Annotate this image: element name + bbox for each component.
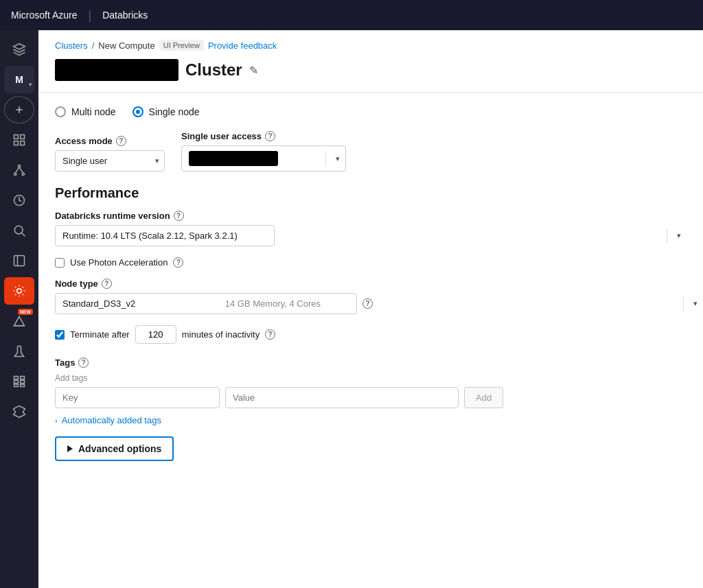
sidebar-item-history[interactable] [4,187,34,214]
svg-rect-24 [14,384,19,386]
svg-point-9 [22,173,24,175]
nav-divider: | [88,8,91,23]
new-badge: NEW [18,309,33,315]
single-node-radio[interactable] [132,106,143,117]
runtime-divider [667,229,667,243]
node-type-select[interactable]: Standard_DS3_v2 14 GB Memory, 4 Cores ▾ [55,293,357,314]
feedback-link[interactable]: Provide feedback [208,40,277,51]
sidebar-item-repos[interactable] [4,156,34,184]
terminate-row: Terminate after 120 minutes of inactivit… [55,325,687,344]
add-tag-button[interactable]: Add [464,387,503,408]
cluster-form: Multi node Single node Access mode ? [38,93,703,475]
multi-node-label: Multi node [71,106,116,117]
single-user-access-field: Single user access ? ▾ [181,131,346,172]
tags-section: Tags ? Add tags Add › Automatically adde… [55,357,687,425]
sidebar-item-models[interactable] [4,368,34,395]
node-type-extra-help[interactable]: ? [362,298,373,309]
terminate-label-suffix: minutes of inactivity [182,329,260,340]
svg-point-8 [14,173,16,175]
svg-line-10 [15,167,19,173]
access-mode-field: Access mode ? Single user ▾ [55,136,165,172]
tag-key-input[interactable] [55,387,220,408]
sidebar-item-layers[interactable] [4,36,34,63]
node-type-field: Node type ? Standard_DS3_v2 14 GB Memory… [55,279,687,314]
access-mode-label: Access mode ? [55,136,165,146]
sidebar-item-workspace[interactable]: M ▾ [4,66,34,93]
svg-rect-25 [21,384,25,386]
svg-rect-6 [21,141,25,145]
runtime-version-help[interactable]: ? [174,211,184,221]
terminate-checkbox[interactable] [55,330,65,340]
multi-node-option[interactable]: Multi node [55,106,116,117]
svg-marker-0 [14,44,25,49]
svg-line-14 [22,233,25,237]
sidebar-item-create[interactable] [4,96,34,124]
svg-point-17 [17,289,22,294]
svg-rect-5 [14,141,19,145]
runtime-version-field: Databricks runtime version ? Runtime: 10… [55,211,687,246]
sidebar-item-delta[interactable]: NEW [4,307,34,335]
sidebar-item-experiments[interactable] [4,338,34,365]
access-row: Access mode ? Single user ▾ Single user … [55,131,687,172]
node-type-info: 14 GB Memory, 4 Cores [225,298,334,309]
sidebar-item-features[interactable] [4,398,34,425]
page-title: Cluster [185,60,242,80]
runtime-version-select-wrapper: Runtime: 10.4 LTS (Scala 2.12, Spark 3.2… [55,225,687,246]
svg-rect-21 [21,377,25,379]
access-mode-select-wrapper: Single user ▾ [55,150,165,172]
node-type-row: Standard_DS3_v2 14 GB Memory, 4 Cores ▾ … [55,293,687,314]
databricks-brand: Databricks [102,10,148,21]
edit-title-icon[interactable]: ✎ [249,64,258,77]
tags-input-row: Add [55,387,687,408]
node-type-caret: ▾ [693,299,698,308]
breadcrumb-separator: / [92,40,95,51]
sidebar-item-search[interactable] [4,217,34,244]
single-user-access-label: Single user access ? [181,131,346,141]
breadcrumb-clusters-link[interactable]: Clusters [55,40,88,51]
node-type-label: Node type ? [55,279,687,289]
svg-rect-23 [21,380,25,383]
single-user-access-select[interactable]: ▾ [181,145,346,172]
sidebar-item-workflows[interactable] [4,247,34,274]
page-title-area: Cluster ✎ [38,56,703,93]
runtime-version-caret: ▾ [677,231,681,240]
sidebar-item-compute[interactable] [4,277,34,305]
top-navigation: Microsoft Azure | Databricks [0,0,703,30]
node-type-help[interactable]: ? [102,279,112,289]
terminate-help[interactable]: ? [265,329,275,340]
cluster-name-redacted [55,59,178,81]
sidebar-item-data[interactable] [4,126,34,154]
runtime-version-select[interactable]: Runtime: 10.4 LTS (Scala 2.12, Spark 3.2… [55,225,275,246]
add-tags-label: Add tags [55,373,687,383]
advanced-options-button[interactable]: Advanced options [55,436,174,461]
tag-value-input[interactable] [225,387,459,408]
terminate-label-prefix: Terminate after [70,329,130,340]
breadcrumb: Clusters / New Compute UI Preview Provid… [38,30,703,56]
photon-acceleration-checkbox[interactable] [55,258,65,268]
access-mode-help[interactable]: ? [116,136,126,146]
svg-line-11 [19,167,23,173]
azure-brand: Microsoft Azure [11,10,77,21]
svg-point-7 [18,165,20,167]
tags-label: Tags ? [55,357,687,368]
single-node-option[interactable]: Single node [132,106,200,117]
svg-rect-20 [14,377,19,379]
multi-node-radio[interactable] [55,106,66,117]
breadcrumb-current: New Compute [98,40,154,51]
main-content: Clusters / New Compute UI Preview Provid… [38,30,703,588]
single-user-access-help[interactable]: ? [265,131,275,141]
photon-acceleration-help[interactable]: ? [173,257,183,268]
photon-acceleration-row: Use Photon Acceleration ? [55,257,687,268]
auto-tags-row[interactable]: › Automatically added tags [55,415,687,425]
svg-rect-15 [14,256,25,266]
advanced-options-label: Advanced options [78,443,161,454]
tags-help[interactable]: ? [78,357,89,368]
auto-tags-label: Automatically added tags [62,415,161,425]
svg-rect-4 [21,135,25,139]
terminate-minutes-input[interactable]: 120 [135,325,176,344]
user-access-caret: ▾ [336,154,340,163]
svg-point-13 [14,226,23,234]
svg-rect-3 [14,135,19,139]
sidebar: M ▾ NEW [0,30,38,588]
access-mode-select[interactable]: Single user [55,150,165,172]
